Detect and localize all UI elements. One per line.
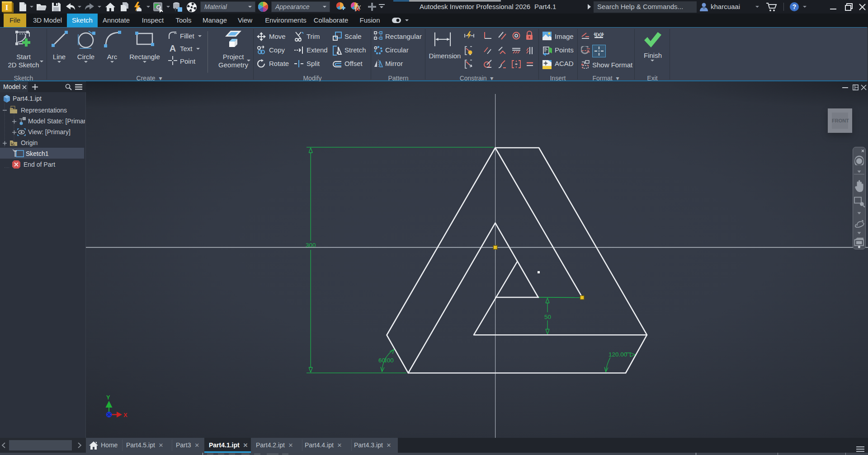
svg-text:X: X xyxy=(123,412,127,418)
svg-text:A: A xyxy=(170,44,176,53)
svg-text:?: ? xyxy=(793,3,797,10)
svg-text:120.00: 120.00 xyxy=(609,351,627,358)
svg-text:Sketch1: Sketch1 xyxy=(26,150,49,157)
svg-text:Origin: Origin xyxy=(21,139,38,146)
svg-text:Part4.1.ipt: Part4.1.ipt xyxy=(13,95,42,102)
svg-text:60.00: 60.00 xyxy=(378,357,394,364)
svg-text:H(x)H: H(x)H xyxy=(594,32,604,37)
svg-text:fx: fx xyxy=(355,2,361,11)
svg-text:300: 300 xyxy=(306,242,316,249)
svg-text:Model State: [Primar: Model State: [Primar xyxy=(28,117,85,125)
svg-text:50: 50 xyxy=(544,314,551,320)
svg-text:I: I xyxy=(5,3,9,12)
svg-text:View: [Primary]: View: [Primary] xyxy=(28,128,71,136)
svg-text:Representations: Representations xyxy=(21,107,67,114)
svg-text:End of Part: End of Part xyxy=(24,161,55,168)
svg-text:Y: Y xyxy=(106,394,110,401)
